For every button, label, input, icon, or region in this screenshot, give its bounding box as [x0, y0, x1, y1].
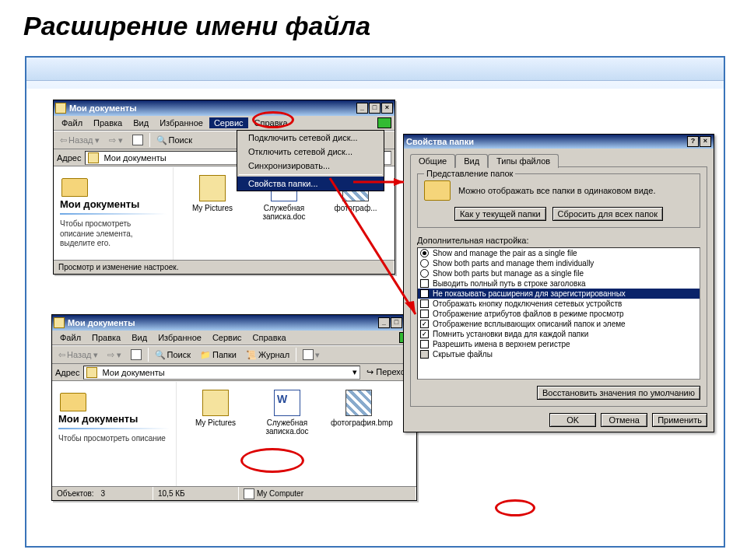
window-controls: _ □ × [356, 103, 393, 114]
ok-button[interactable]: OK [549, 413, 596, 427]
menu-sync[interactable]: Синхронизировать... [237, 159, 384, 173]
checkbox-icon [420, 330, 429, 338]
file-item[interactable]: фотография.bmp [331, 390, 387, 478]
page-frame: Мои документы _ □ × Файл Правка Вид Избр… [25, 56, 725, 548]
statusbar: Объектов: 3 10,5 КБ My Computer [52, 486, 416, 500]
setting-item[interactable]: Show and manage the pair as a single fil… [418, 248, 700, 258]
menu-file[interactable]: Файл [57, 117, 87, 128]
group-title: Представление папок [424, 169, 515, 178]
menu-map-drive[interactable]: Подключить сетевой диск... [237, 131, 384, 145]
minimize-button[interactable]: _ [356, 103, 368, 114]
journal-button[interactable]: 📜 Журнал [243, 349, 293, 361]
setting-item[interactable]: Скрытые файлы [418, 349, 700, 359]
views-button[interactable]: ▾ [300, 348, 323, 361]
setting-label: Show and manage the pair as a single fil… [433, 249, 577, 257]
search-button[interactable]: 🔍 Поиск [152, 349, 194, 361]
folder-icon [54, 317, 65, 328]
advanced-label: Дополнительная настройка: [417, 236, 700, 245]
menu-edit[interactable]: Правка [89, 117, 127, 128]
setting-item[interactable]: Отображение атрибутов файлов в режиме пр… [418, 309, 700, 319]
maximize-button[interactable]: □ [391, 317, 402, 328]
address-label: Адрес [57, 153, 82, 163]
folder-icon [55, 103, 66, 114]
menu-view[interactable]: Вид [127, 332, 152, 343]
setting-item[interactable]: Разрешить имена в верхнем регистре [418, 339, 700, 349]
reset-all-button[interactable]: Сбросить для всех папок [552, 207, 663, 221]
tools-menu-dropdown: Подключить сетевой диск... Отключить сет… [237, 130, 384, 191]
back-button[interactable]: ⇦ Назад ▾ [55, 349, 101, 361]
file-item[interactable]: Служебная записка.doc [259, 390, 315, 478]
webpanel-folder-icon [60, 172, 91, 197]
address-input[interactable]: Мои документы ▾ [83, 366, 361, 380]
titlebar[interactable]: Мои документы _ □ × [54, 100, 395, 116]
menu-help[interactable]: Справка [248, 332, 291, 343]
setting-label: Скрытые файлы [433, 350, 493, 359]
close-button[interactable]: × [700, 136, 711, 147]
tab-filetypes[interactable]: Типы файлов [488, 154, 559, 168]
setting-label: Не показывать расширения для зарегистрир… [433, 289, 626, 298]
setting-item[interactable]: Отображать кнопку подключения сетевых ус… [418, 299, 700, 309]
apply-button[interactable]: Применить [652, 413, 707, 427]
setting-item[interactable]: Не показывать расширения для зарегистрир… [418, 289, 700, 299]
setting-item[interactable]: Show both parts and manage them individu… [418, 258, 700, 268]
radio-icon [420, 269, 429, 278]
menu-view[interactable]: Вид [128, 117, 153, 128]
folders-button[interactable]: 📁 Папки [197, 349, 240, 361]
menu-edit[interactable]: Правка [87, 332, 125, 343]
tab-general[interactable]: Общие [410, 154, 455, 168]
setting-label: Show both parts but manage as a single f… [433, 269, 584, 278]
webpanel-folder-icon [58, 387, 89, 411]
address-bar: Адрес Мои документы ▾ ↪ Переход [52, 364, 416, 381]
checkbox-icon [420, 340, 429, 348]
tab-view[interactable]: Вид [455, 154, 488, 168]
menu-favorites[interactable]: Избранное [153, 332, 206, 343]
menubar: Файл Правка Вид Избранное Сервис Справка [54, 116, 395, 131]
menu-favorites[interactable]: Избранное [155, 117, 208, 128]
up-button[interactable] [129, 134, 146, 146]
like-current-button[interactable]: Как у текущей папки [454, 207, 546, 221]
menu-file[interactable]: Файл [55, 332, 86, 343]
statusbar: Просмотр и изменение настроек. [54, 260, 395, 274]
setting-label: Помнить установки вида для каждой папки [433, 330, 588, 338]
menu-unmap-drive[interactable]: Отключить сетевой диск... [237, 145, 384, 159]
help-button[interactable]: ? [687, 136, 699, 147]
slide-title: Расширение имени файла [0, 0, 747, 46]
folder-options-dialog: Свойства папки ? × Общие Вид Типы файлов… [403, 134, 714, 432]
menu-tools[interactable]: Сервис [208, 332, 247, 343]
back-button[interactable]: ⇦ Назад ▾ [57, 135, 103, 146]
close-button[interactable]: × [381, 103, 393, 114]
restore-defaults-button[interactable]: Восстановить значения по умолчанию [537, 386, 700, 400]
advanced-settings-list[interactable]: Show and manage the pair as a single fil… [417, 247, 700, 380]
file-item[interactable]: My Pictures [184, 175, 240, 252]
webpanel-text: Чтобы просмотреть описание [58, 434, 170, 444]
file-item[interactable]: My Pictures [188, 390, 244, 478]
title-text: Мои документы [69, 103, 137, 113]
web-panel: Мои документы Чтобы просмотреть описание… [54, 167, 174, 260]
file-view[interactable]: My Pictures Служебная записка.doc фотогр… [177, 382, 416, 486]
checkbox-icon [420, 299, 429, 308]
setting-item[interactable]: Помнить установки вида для каждой папки [418, 329, 700, 339]
up-button[interactable] [128, 348, 145, 361]
cancel-button[interactable]: Отмена [601, 413, 647, 427]
checkbox-icon [420, 320, 429, 328]
explorer-window-bottom: Мои документы _ □ × Файл Правка Вид Избр… [51, 314, 417, 501]
setting-item[interactable]: Выводить полный путь в строке заголовка [418, 278, 700, 289]
toolbar: ⇦ Назад ▾ ⇨ ▾ 🔍 Поиск 📁 Папки 📜 Журнал ▾ [52, 345, 416, 364]
dialog-titlebar[interactable]: Свойства папки ? × [404, 135, 714, 149]
search-button[interactable]: 🔍 Поиск [153, 135, 195, 146]
folder-icon [86, 367, 97, 378]
forward-button[interactable]: ⇨ ▾ [106, 135, 126, 146]
checkbox-icon [420, 310, 429, 318]
minimize-button[interactable]: _ [378, 317, 390, 328]
setting-label: Show both parts and manage them individu… [433, 259, 594, 268]
menu-help[interactable]: Справка [250, 117, 293, 128]
setting-item[interactable]: Отображение всплывающих описаний папок и… [418, 319, 700, 329]
setting-item[interactable]: Show both parts but manage as a single f… [418, 268, 700, 278]
folder-icon [88, 152, 99, 163]
setting-label: Отображать кнопку подключения сетевых ус… [433, 299, 622, 308]
titlebar[interactable]: Мои документы _ □ × [52, 315, 416, 331]
menu-tools[interactable]: Сервис [209, 117, 248, 128]
menu-folder-options[interactable]: Свойства папки... [237, 177, 384, 191]
maximize-button[interactable]: □ [369, 103, 381, 114]
forward-button[interactable]: ⇨ ▾ [104, 349, 124, 361]
